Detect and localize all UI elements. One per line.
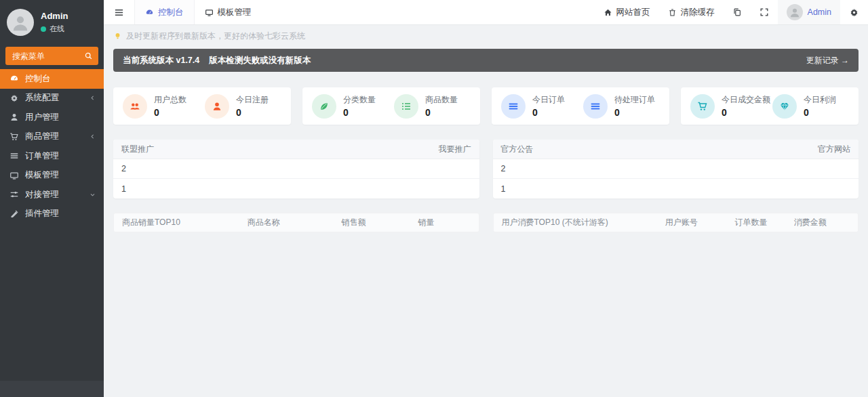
site-home-label: 网站首页 xyxy=(616,7,650,18)
fullscreen-icon[interactable] xyxy=(751,0,778,24)
dashboard-icon xyxy=(9,74,19,83)
chevron-left-icon xyxy=(90,133,96,140)
stat-label: 今日利润 xyxy=(804,94,836,106)
avatar xyxy=(7,9,34,36)
official-site-link[interactable]: 官方网站 xyxy=(818,144,850,155)
stat-card-orders: 今日订单0 待处理订单0 xyxy=(492,87,669,125)
user-info: Admin 在线 xyxy=(41,11,68,34)
settings-gears-icon[interactable] xyxy=(840,0,868,24)
list-item[interactable]: 1 xyxy=(113,179,479,198)
sidebar-item-label: 订单管理 xyxy=(25,150,59,162)
top10-tables: 商品销量TOP10 商品名称 销售额 销量 用户消费TOP10 (不统计游客) … xyxy=(113,213,859,232)
stat-item: 分类数量0 xyxy=(312,94,394,119)
topbar-user-name: Admin xyxy=(808,7,831,17)
lightbulb-icon xyxy=(113,32,122,41)
column-header: 商品名称 xyxy=(248,217,342,228)
sidebar-item-product-management[interactable]: 商品管理 xyxy=(0,127,104,147)
user-name: Admin xyxy=(41,11,68,21)
tab-label: 控制台 xyxy=(158,7,184,18)
column-header: 订单数量 xyxy=(735,217,794,228)
tab-template[interactable]: 模板管理 xyxy=(195,0,262,24)
user-menu[interactable]: Admin xyxy=(778,0,840,24)
stat-item: 今日成交金额0 xyxy=(690,94,772,119)
person-silhouette-icon xyxy=(10,12,31,33)
stat-label: 今日注册 xyxy=(236,94,269,106)
user-status-label: 在线 xyxy=(50,24,64,34)
stat-item: 今日利润0 xyxy=(772,94,854,119)
cart-icon xyxy=(9,132,19,142)
stat-value: 0 xyxy=(532,107,565,118)
sidebar-item-label: 对接管理 xyxy=(25,189,59,201)
notice-text: 及时更新程序到最新版本，更好的体验七彩云系统 xyxy=(126,30,305,42)
version-banner: 当前系统版本 v1.7.4 版本检测失败或没有新版本 更新记录 → xyxy=(113,49,859,72)
list-item[interactable]: 1 xyxy=(493,179,859,198)
stat-label: 用户总数 xyxy=(154,94,186,106)
topbar: 控制台 模板管理 网站首页 清除缓存 xyxy=(104,0,868,25)
panels: 联盟推广 我要推广 2 1 官方公告 官方网站 2 1 xyxy=(113,140,859,198)
stat-value: 0 xyxy=(236,107,269,118)
panel-header: 联盟推广 我要推广 xyxy=(113,140,479,159)
template-icon xyxy=(9,171,19,180)
list-icon xyxy=(394,94,418,119)
stat-card-revenue: 今日成交金额0 今日利润0 xyxy=(681,87,859,125)
sidebar-item-user-management[interactable]: 用户管理 xyxy=(0,108,104,127)
list-icon xyxy=(9,151,19,161)
sidebar-item-template-management[interactable]: 模板管理 xyxy=(0,166,104,186)
list-item[interactable]: 2 xyxy=(493,159,859,179)
stat-item: 今日注册0 xyxy=(205,94,287,119)
update-log-link[interactable]: 更新记录 → xyxy=(806,55,849,66)
sidebar-menu: 控制台 系统配置 用户管理 商品管理 订单管理 模板管理 对接管理 xyxy=(0,69,104,224)
sidebar-item-label: 系统配置 xyxy=(25,92,59,104)
column-header: 用户账号 xyxy=(665,217,735,228)
hamburger-menu-button[interactable] xyxy=(104,0,134,24)
clear-cache-label: 清除缓存 xyxy=(681,7,715,18)
sidebar-item-label: 插件管理 xyxy=(25,208,59,220)
person-silhouette-icon xyxy=(789,6,801,18)
avatar xyxy=(787,4,803,20)
stat-card-catalog: 分类数量0 商品数量0 xyxy=(302,87,480,125)
sidebar-item-label: 用户管理 xyxy=(25,112,59,123)
gear-icon xyxy=(9,93,19,103)
site-home-link[interactable]: 网站首页 xyxy=(595,0,659,24)
stat-item: 待处理订单0 xyxy=(583,94,665,119)
stat-card-users: 用户总数0 今日注册0 xyxy=(113,87,291,125)
main-area: 控制台 模板管理 网站首页 清除缓存 xyxy=(104,0,868,397)
stat-item: 商品数量0 xyxy=(394,94,476,119)
user-icon xyxy=(205,94,229,119)
sidebar-item-system-config[interactable]: 系统配置 xyxy=(0,89,104,108)
sidebar: Admin 在线 控制台 系统配置 用户管理 商品管理 xyxy=(0,0,104,397)
home-icon xyxy=(604,8,612,17)
sidebar-item-label: 商品管理 xyxy=(25,131,59,142)
leaf-icon xyxy=(312,94,336,119)
tab-dashboard[interactable]: 控制台 xyxy=(134,0,195,24)
user-status: 在线 xyxy=(41,24,68,34)
panel-header: 官方公告 官方网站 xyxy=(493,140,859,159)
column-header: 销售额 xyxy=(342,217,418,228)
stat-value: 0 xyxy=(154,107,186,118)
column-header: 销量 xyxy=(418,217,470,228)
sidebar-item-dashboard[interactable]: 控制台 xyxy=(0,69,104,89)
column-header: 商品销量TOP10 xyxy=(122,217,248,228)
user-consumption-table-header: 用户消费TOP10 (不统计游客) 用户账号 订单数量 消费金额 xyxy=(493,213,859,232)
version-status-text: 版本检测失败或没有新版本 xyxy=(209,55,311,66)
sidebar-item-integration-management[interactable]: 对接管理 xyxy=(0,185,104,205)
sidebar-item-plugin-management[interactable]: 插件管理 xyxy=(0,205,104,224)
plugin-icon xyxy=(9,209,19,219)
version-text: 当前系统版本 v1.7.4 xyxy=(123,55,199,66)
chevron-down-icon xyxy=(90,192,96,198)
content: 及时更新程序到最新版本，更好的体验七彩云系统 当前系统版本 v1.7.4 版本检… xyxy=(104,30,868,232)
stat-value: 0 xyxy=(614,107,655,118)
promote-link[interactable]: 我要推广 xyxy=(439,144,471,155)
sidebar-item-label: 控制台 xyxy=(25,73,51,85)
sidebar-item-label: 模板管理 xyxy=(25,169,59,181)
sliders-icon xyxy=(9,190,19,199)
refresh-page-icon[interactable] xyxy=(724,0,751,24)
sidebar-item-order-management[interactable]: 订单管理 xyxy=(0,146,104,166)
list-item[interactable]: 2 xyxy=(113,159,479,179)
sidebar-footer xyxy=(0,381,104,397)
stat-value: 0 xyxy=(722,107,770,118)
stat-item: 用户总数0 xyxy=(123,94,205,119)
chevron-left-icon xyxy=(90,95,96,101)
clear-cache-link[interactable]: 清除缓存 xyxy=(659,0,724,24)
stat-cards: 用户总数0 今日注册0 分类数量0 商品数量0 xyxy=(113,87,859,125)
